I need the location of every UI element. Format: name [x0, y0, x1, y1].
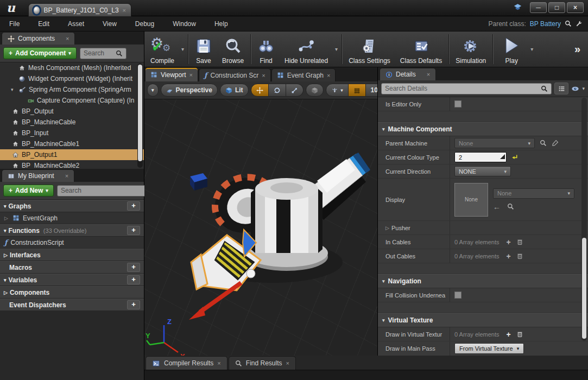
trash-icon[interactable]: [516, 331, 523, 338]
surface-snap-button[interactable]: ▾: [326, 84, 349, 97]
current-direction-dropdown[interactable]: NONE ▾: [454, 166, 511, 176]
close-icon[interactable]: ×: [65, 173, 68, 179]
row-pusher[interactable]: ▷Pusher: [378, 221, 588, 235]
hide-unrelated-button[interactable]: Hide Unrelated: [280, 31, 333, 67]
lit-mode-button[interactable]: Lit: [220, 84, 249, 97]
tab-viewport[interactable]: Viewport ×: [145, 67, 198, 81]
tab-compiler-results[interactable]: Compiler Results ×: [146, 356, 227, 370]
viewport-options-button[interactable]: ▾: [147, 84, 159, 97]
section-variables[interactable]: ▾ Variables +: [0, 274, 144, 286]
section-event-dispatchers[interactable]: Event Dispatchers +: [0, 299, 144, 311]
trash-icon[interactable]: [516, 252, 523, 259]
add-function-button[interactable]: +: [127, 226, 140, 235]
compile-button[interactable]: ⚙ ⚙ ✓ Compile: [146, 31, 179, 67]
my-blueprint-search[interactable]: [57, 185, 158, 197]
search-icon[interactable]: [565, 20, 572, 27]
close-icon[interactable]: ×: [189, 72, 192, 78]
details-scrollbar[interactable]: [581, 98, 587, 341]
tree-row-bp-output[interactable]: BP_Output: [0, 106, 144, 117]
draw-in-main-pass-dropdown[interactable]: From Virtual Texture ▾: [454, 343, 524, 354]
item-event-graph[interactable]: ▷ EventGraph: [0, 212, 144, 224]
add-array-element-icon[interactable]: +: [507, 238, 511, 246]
title-bar[interactable]: u BP_Battery_J1O1_C0_L3 × ─ □ ×: [0, 0, 588, 16]
wrench-icon[interactable]: [576, 20, 583, 27]
menu-debug[interactable]: Debug: [126, 20, 163, 28]
section-graphs[interactable]: ▾ Graphs +: [0, 200, 144, 212]
scene-selected-output[interactable]: [189, 230, 261, 320]
grid-snap-button[interactable]: [349, 84, 366, 97]
reset-to-default-icon[interactable]: [511, 154, 519, 161]
menu-help[interactable]: Help: [205, 20, 237, 28]
close-icon[interactable]: ×: [427, 71, 430, 78]
section-interfaces[interactable]: ▷ Interfaces: [0, 249, 144, 261]
tab-event-graph[interactable]: Event Graph ×: [271, 68, 336, 81]
display-asset-dropdown[interactable]: None ▾: [493, 188, 574, 199]
tree-row-spring-arm-component[interactable]: ▾ Spring Arm Component (SpringArm: [0, 84, 144, 95]
item-construction-script[interactable]: ƒ ConstructionScript: [0, 237, 144, 249]
menu-edit[interactable]: Edit: [29, 20, 59, 28]
close-window-button[interactable]: ×: [567, 2, 584, 13]
tree-row-capture-component[interactable]: Capture Component (Capture) (In: [0, 95, 144, 106]
my-blueprint-search-input[interactable]: [61, 187, 145, 194]
asset-window-tab[interactable]: BP_Battery_J1O1_C0_L3 ×: [28, 3, 131, 16]
parent-class-link[interactable]: BP Battery: [530, 20, 561, 28]
compile-options-caret[interactable]: ▾: [179, 46, 186, 52]
browse-to-asset-icon[interactable]: [507, 203, 514, 210]
add-macro-button[interactable]: +: [127, 263, 140, 272]
eye-filter-icon[interactable]: [571, 85, 579, 93]
details-search-input[interactable]: [385, 85, 539, 92]
tab-construction-script[interactable]: ƒ Construction Scr ×: [199, 68, 271, 81]
play-button[interactable]: Play: [495, 31, 528, 67]
my-blueprint-panel-tab[interactable]: My Blueprint ×: [2, 169, 74, 182]
components-search[interactable]: [80, 48, 127, 59]
tree-row-bp-input[interactable]: BP_Input: [0, 128, 144, 138]
hide-unrelated-caret[interactable]: ▾: [333, 46, 340, 52]
viewport-3d-canvas[interactable]: Z X Y: [144, 99, 377, 356]
tree-row-widget-component[interactable]: Widget Component (Widget) (Inherit: [0, 73, 144, 84]
find-button[interactable]: Find: [252, 31, 280, 67]
add-component-button[interactable]: + Add Component ▾: [3, 47, 77, 59]
components-panel-tab[interactable]: Components ×: [2, 32, 75, 45]
add-new-button[interactable]: + Add New ▾: [3, 185, 54, 197]
close-icon[interactable]: ×: [286, 360, 289, 366]
save-button[interactable]: Save: [190, 31, 217, 67]
section-functions[interactable]: ▾ Functions (33 Overridable) +: [0, 224, 144, 237]
section-virtual-texture[interactable]: ▾ Virtual Texture: [378, 313, 588, 327]
browse-to-asset-icon[interactable]: [540, 140, 547, 147]
use-selected-asset-icon[interactable]: ←: [493, 202, 501, 211]
close-icon[interactable]: ×: [123, 7, 126, 14]
perspective-button[interactable]: Perspective: [161, 84, 218, 97]
class-defaults-button[interactable]: Class Defaults: [395, 31, 447, 67]
browse-button[interactable]: Browse: [217, 31, 249, 67]
toolbar-overflow-chevrons[interactable]: »: [568, 43, 587, 55]
maximize-button[interactable]: □: [548, 2, 565, 13]
section-navigation[interactable]: ▾ Navigation: [378, 274, 588, 288]
tree-row-mesh-component[interactable]: Mesh Component (Mesh) (Inherited: [0, 62, 144, 73]
close-icon[interactable]: ×: [262, 72, 265, 79]
drag-handle-icon[interactable]: [500, 154, 505, 159]
parent-machine-dropdown[interactable]: None ▾: [454, 138, 535, 148]
section-machine-component[interactable]: ▾ Machine Component: [378, 122, 588, 136]
display-thumbnail[interactable]: None: [454, 183, 488, 217]
class-settings-button[interactable]: Class Settings: [344, 31, 395, 67]
tree-row-bp-machinecable2[interactable]: BP_MachineCable2: [0, 160, 144, 169]
expander-closed-icon[interactable]: ▷: [385, 225, 389, 231]
simulation-button[interactable]: Simulation: [451, 31, 491, 67]
trash-icon[interactable]: [516, 238, 523, 245]
minimize-button[interactable]: ─: [530, 2, 547, 13]
eyedropper-icon[interactable]: [552, 140, 559, 147]
section-macros[interactable]: Macros +: [0, 261, 144, 274]
coordinate-system-button[interactable]: [306, 84, 324, 97]
close-icon[interactable]: ×: [327, 72, 330, 79]
components-search-input[interactable]: [84, 49, 113, 57]
add-variable-button[interactable]: +: [127, 275, 140, 284]
expander-open-icon[interactable]: ▾: [11, 87, 16, 92]
menu-asset[interactable]: Asset: [59, 20, 93, 28]
menu-file[interactable]: File: [0, 20, 29, 28]
rotate-tool-button[interactable]: [269, 84, 286, 97]
details-search[interactable]: [381, 83, 552, 94]
current-colour-type-input[interactable]: 2: [454, 152, 507, 162]
chevron-down-icon[interactable]: ▾: [582, 86, 585, 91]
scale-tool-button[interactable]: [286, 84, 304, 97]
tree-row-bp-output1-selected[interactable]: BP_Output1: [0, 149, 144, 160]
